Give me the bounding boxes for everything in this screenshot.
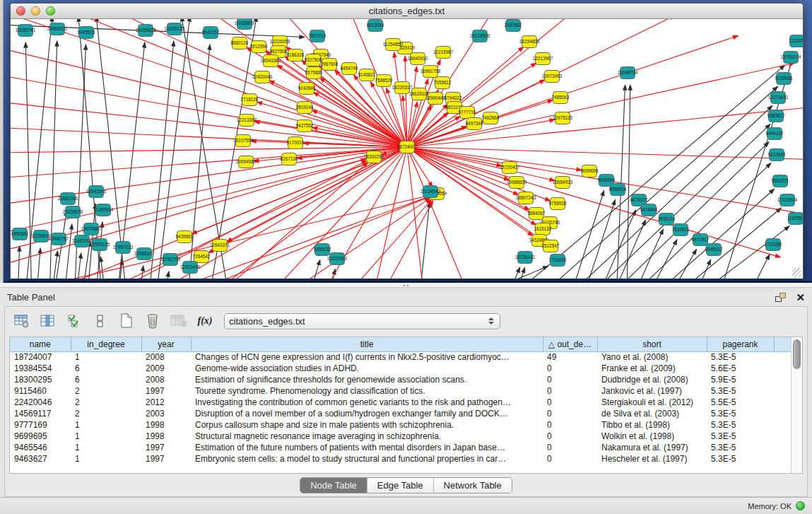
- table-cell[interactable]: 9777169: [10, 419, 71, 431]
- panel-divider[interactable]: [0, 283, 812, 288]
- network-node[interactable]: 12643371: [210, 240, 230, 252]
- network-node[interactable]: 8813054: [367, 20, 384, 32]
- network-window-titlebar[interactable]: citations_edges.txt: [11, 4, 803, 19]
- table-cell[interactable]: 5.6E-5: [707, 363, 774, 374]
- table-cell[interactable]: 49: [543, 351, 597, 363]
- delete-table-button[interactable]: [169, 311, 189, 331]
- network-node[interactable]: 16053809: [235, 19, 255, 30]
- table-cell[interactable]: 0: [543, 431, 597, 442]
- network-node[interactable]: 7462664: [482, 112, 500, 124]
- table-mode-button[interactable]: [12, 311, 32, 331]
- network-node[interactable]: 9427552: [296, 120, 314, 132]
- network-node[interactable]: 1167553: [787, 213, 803, 225]
- network-node[interactable]: 9146821: [358, 69, 376, 81]
- network-node[interactable]: 12923446: [180, 262, 201, 274]
- table-cell[interactable]: Estimation of significance thresholds fo…: [191, 374, 543, 385]
- close-panel-icon[interactable]: ✕: [796, 293, 805, 302]
- table-cell[interactable]: Corpus callosum shape and size in male p…: [191, 419, 543, 431]
- network-node[interactable]: 9170031: [287, 137, 305, 149]
- network-node[interactable]: 11451914: [72, 235, 92, 247]
- unselect-all-columns-button[interactable]: [90, 311, 110, 331]
- table-cell[interactable]: 18724007: [10, 351, 71, 363]
- network-node[interactable]: 9439661: [176, 231, 194, 243]
- network-node[interactable]: 15751074: [781, 52, 801, 64]
- network-edge[interactable]: [11, 98, 407, 147]
- network-node[interactable]: 2675685: [305, 67, 323, 79]
- table-cell[interactable]: 5.3E-5: [707, 431, 774, 442]
- table-cell[interactable]: 2: [71, 408, 141, 419]
- tab-network-table[interactable]: Network Table: [434, 478, 512, 493]
- network-node[interactable]: 8267130: [281, 153, 298, 165]
- network-edge[interactable]: [46, 19, 407, 147]
- column-header-pagerank[interactable]: pagerank: [707, 337, 774, 351]
- network-node[interactable]: 18843306: [86, 186, 107, 198]
- network-edge[interactable]: [407, 147, 780, 257]
- network-node[interactable]: 20663301: [47, 23, 68, 35]
- network-node[interactable]: 18107554: [233, 135, 254, 147]
- table-cell[interactable]: 0: [543, 453, 597, 465]
- network-node[interactable]: 19975887: [81, 223, 102, 235]
- network-node[interactable]: 6497344: [466, 118, 483, 130]
- network-edge[interactable]: [18, 246, 20, 279]
- network-edge[interactable]: [717, 52, 795, 279]
- table-cell[interactable]: 1: [71, 442, 141, 453]
- network-node[interactable]: 7264542: [193, 251, 211, 263]
- network-node[interactable]: 16782759: [160, 254, 181, 266]
- network-edge[interactable]: [627, 85, 630, 279]
- table-cell[interactable]: 2012: [141, 397, 191, 408]
- network-edge[interactable]: [163, 271, 169, 279]
- table-cell[interactable]: 1997: [141, 385, 191, 397]
- network-node[interactable]: 22420046: [252, 71, 273, 83]
- table-cell[interactable]: 19384554: [10, 363, 71, 374]
- table-cell[interactable]: 2: [71, 385, 141, 397]
- column-header-in_degree[interactable]: in_degree: [71, 337, 141, 351]
- network-node[interactable]: 8660124: [231, 37, 249, 49]
- network-node[interactable]: 8444132: [766, 128, 784, 140]
- table-cell[interactable]: 22420046: [10, 397, 71, 408]
- table-cell[interactable]: Wolkin et al. (1998): [597, 431, 707, 442]
- network-edge[interactable]: [746, 255, 770, 279]
- network-node[interactable]: 20206576: [63, 206, 83, 218]
- table-cell[interactable]: 1997: [141, 442, 191, 453]
- network-edge[interactable]: [36, 248, 40, 279]
- network-node[interactable]: 2718126: [241, 94, 259, 106]
- network-node[interactable]: 10220350: [327, 253, 348, 265]
- table-cell[interactable]: 0: [543, 442, 597, 453]
- table-cell[interactable]: 6: [71, 374, 141, 385]
- network-node[interactable]: 8186328: [287, 49, 305, 62]
- table-cell[interactable]: Genome-wide association studies in ADHD.: [191, 363, 543, 374]
- table-cell[interactable]: 0: [543, 363, 597, 374]
- network-edge[interactable]: [407, 80, 545, 147]
- create-column-button[interactable]: [117, 311, 136, 331]
- table-cell[interactable]: Yano et al. (2008): [597, 351, 707, 363]
- table-row[interactable]: 969969511998Structural magnetic resonanc…: [10, 431, 791, 442]
- table-cell[interactable]: 1: [71, 453, 141, 465]
- table-cell[interactable]: 5.3E-5: [707, 442, 774, 453]
- table-cell[interactable]: Changes of HCN gene expression and I(f) …: [191, 351, 543, 363]
- table-cell[interactable]: Jankovic et al. (1997): [597, 385, 707, 397]
- table-cell[interactable]: 0: [543, 374, 597, 385]
- table-cell[interactable]: 0: [543, 385, 597, 397]
- network-node[interactable]: 9405515: [78, 27, 95, 39]
- network-node[interactable]: 9355232: [314, 244, 331, 256]
- table-cell[interactable]: 5.9E-5: [707, 374, 774, 385]
- tab-node-table[interactable]: Node Table: [300, 478, 367, 493]
- network-node[interactable]: 18990448: [425, 93, 446, 105]
- table-cell[interactable]: de Silva et al. (2003): [597, 408, 707, 419]
- table-cell[interactable]: 5.5E-5: [707, 397, 774, 408]
- network-node[interactable]: 5692971: [772, 175, 789, 187]
- column-header-name[interactable]: name: [10, 337, 71, 351]
- table-cell[interactable]: 6: [71, 363, 141, 374]
- network-edge[interactable]: [327, 269, 335, 279]
- table-cell[interactable]: Hescheler et al. (1997): [597, 453, 707, 465]
- network-node[interactable]: 9756928: [549, 198, 567, 210]
- table-cell[interactable]: Embryonic stem cells: a model to study s…: [191, 453, 543, 465]
- network-node[interactable]: 16654923: [553, 177, 573, 189]
- network-node[interactable]: 18640910: [408, 53, 428, 65]
- table-cell[interactable]: 1997: [141, 453, 191, 465]
- network-node[interactable]: 20661306: [58, 193, 78, 205]
- table-cell[interactable]: 2008: [141, 374, 191, 385]
- table-cell[interactable]: 2008: [141, 351, 191, 363]
- network-node[interactable]: 8454749: [341, 63, 358, 75]
- network-node[interactable]: 16648794: [618, 67, 638, 79]
